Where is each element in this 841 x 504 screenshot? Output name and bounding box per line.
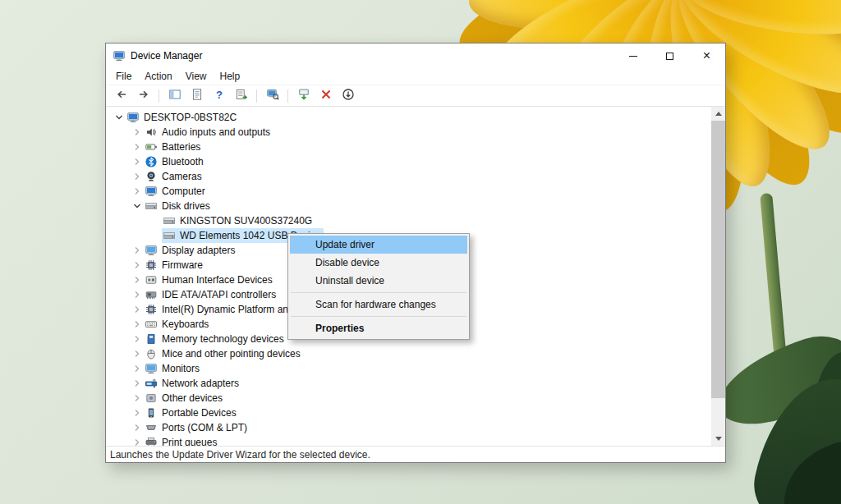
menu-file[interactable]: File: [109, 69, 138, 84]
tree-item-content[interactable]: Human Interface Devices: [144, 273, 276, 287]
tree-item[interactable]: Portable Devices: [106, 405, 711, 420]
tree-item-content[interactable]: Other devices: [144, 391, 226, 405]
chevron-right-icon[interactable]: [131, 362, 144, 375]
tree-item[interactable]: Bluetooth: [106, 154, 711, 169]
toolbar-show-hide-console-tree-button[interactable]: [164, 87, 185, 105]
chevron-right-icon[interactable]: [131, 332, 144, 346]
tree-item[interactable]: Batteries: [106, 140, 711, 154]
chevron-right-icon[interactable]: [131, 406, 144, 419]
battery-icon: [145, 140, 158, 153]
tree-item-content[interactable]: Portable Devices: [144, 405, 240, 420]
tree-item-content[interactable]: Computer: [144, 184, 209, 199]
toolbar-uninstall-device-button[interactable]: [315, 87, 336, 105]
toolbar-disable-device-button[interactable]: [338, 87, 358, 105]
toolbar-back-button[interactable]: [111, 87, 131, 105]
vertical-scrollbar[interactable]: [711, 107, 725, 446]
tree-item[interactable]: Disk drives: [106, 199, 711, 213]
tree-item-content[interactable]: Monitors: [144, 361, 203, 376]
chevron-right-icon[interactable]: [131, 140, 144, 153]
maximize-button[interactable]: [651, 44, 688, 68]
toolbar-help-button[interactable]: ?: [209, 87, 229, 105]
network-icon: [145, 377, 158, 390]
tree-item-content[interactable]: DESKTOP-0BST82C: [126, 110, 240, 125]
menu-help[interactable]: Help: [214, 69, 247, 84]
tree-item-content[interactable]: Keyboards: [144, 317, 212, 332]
chevron-down-icon[interactable]: [113, 111, 126, 124]
chevron-right-icon[interactable]: [131, 126, 144, 139]
tree-item[interactable]: Mice and other pointing devices: [106, 346, 711, 361]
tree-item-content[interactable]: Batteries: [144, 140, 204, 154]
tree-item-content[interactable]: Bluetooth: [144, 154, 207, 169]
tree-item-content[interactable]: Disk drives: [144, 199, 214, 213]
tree-item-label: KINGSTON SUV400S37240G: [180, 215, 312, 227]
chevron-right-icon[interactable]: [131, 421, 144, 434]
chevron-right-icon[interactable]: [131, 185, 144, 198]
minimize-button[interactable]: [614, 44, 651, 68]
chevron-right-icon[interactable]: [131, 436, 144, 446]
tree-item[interactable]: Ports (COM & LPT): [106, 420, 711, 435]
tree-item[interactable]: Computer: [106, 184, 711, 199]
chevron-right-icon[interactable]: [131, 259, 144, 272]
tree-item-content[interactable]: Mice and other pointing devices: [144, 346, 304, 361]
tree-item-label: Mice and other pointing devices: [162, 348, 301, 360]
tree-item-content[interactable]: Print queues: [144, 435, 220, 446]
tree-item-content[interactable]: Display adapters: [144, 243, 238, 258]
tree-item-content[interactable]: Memory technology devices: [144, 332, 287, 346]
tree-indent: [106, 295, 131, 296]
tree-item[interactable]: Cameras: [106, 169, 711, 184]
scroll-up-button[interactable]: [711, 107, 725, 121]
tree-item-content[interactable]: Ports (COM & LPT): [144, 420, 250, 435]
menu-action[interactable]: Action: [138, 69, 178, 84]
chevron-down-icon[interactable]: [131, 199, 144, 213]
tree-item[interactable]: Monitors: [106, 361, 711, 376]
camera-icon: [145, 170, 158, 183]
tree-indent: [106, 413, 131, 414]
chevron-right-icon[interactable]: [131, 303, 144, 316]
tree-indent: [106, 309, 131, 310]
tree-item-content[interactable]: Cameras: [144, 169, 205, 184]
context-menu-item[interactable]: Uninstall device: [290, 272, 467, 290]
tree-item[interactable]: DESKTOP-0BST82C: [106, 110, 711, 125]
context-menu-item[interactable]: Scan for hardware changes: [290, 296, 467, 314]
scrollbar-thumb[interactable]: [711, 121, 725, 398]
chevron-right-icon[interactable]: [131, 392, 144, 405]
context-menu-separator: [291, 292, 466, 293]
toolbar-export-list-button[interactable]: [231, 87, 251, 105]
tree-indent: [106, 398, 131, 399]
chevron-right-icon[interactable]: [131, 273, 144, 286]
chevron-right-icon[interactable]: [131, 244, 144, 257]
tree-item[interactable]: Audio inputs and outputs: [106, 125, 711, 140]
tree-item-label: Keyboards: [162, 318, 209, 330]
toolbar-properties-button[interactable]: [186, 87, 207, 105]
chevron-right-icon[interactable]: [131, 170, 144, 183]
context-menu-item[interactable]: Disable device: [290, 254, 467, 272]
tree-item-label: Cameras: [162, 171, 202, 182]
context-menu-item[interactable]: Update driver: [290, 236, 467, 254]
toolbar-update-driver-button[interactable]: [293, 87, 314, 105]
chevron-right-icon[interactable]: [131, 347, 144, 360]
toolbar-scan-for-hardware-changes-button[interactable]: [262, 87, 283, 105]
tree-item[interactable]: KINGSTON SUV400S37240G: [106, 213, 711, 228]
tree-item-content[interactable]: Network adapters: [144, 376, 242, 391]
tree-item[interactable]: Other devices: [106, 391, 711, 405]
chevron-right-icon[interactable]: [131, 155, 144, 168]
tree-item-content[interactable]: Audio inputs and outputs: [144, 125, 273, 140]
tree-item-content[interactable]: KINGSTON SUV400S37240G: [162, 213, 315, 228]
tree-item[interactable]: Print queues: [106, 435, 711, 446]
menu-view[interactable]: View: [179, 69, 214, 84]
tree-item[interactable]: Network adapters: [106, 376, 711, 391]
title-bar[interactable]: Device Manager ×: [106, 44, 725, 68]
tree-item-content[interactable]: Intel(R) Dynamic Platform and T: [144, 302, 306, 317]
tree-item-content[interactable]: Firmware: [144, 258, 206, 273]
toolbar-forward-button[interactable]: [133, 87, 154, 105]
chevron-right-icon[interactable]: [131, 318, 144, 331]
chevron-right-icon[interactable]: [131, 377, 144, 390]
maximize-icon: [666, 53, 673, 60]
context-menu-item[interactable]: Properties: [290, 319, 467, 337]
chevron-right-icon[interactable]: [131, 288, 144, 301]
tree-item-label: Batteries: [162, 141, 200, 153]
scroll-down-button[interactable]: [711, 432, 725, 446]
tree-item-label: Audio inputs and outputs: [162, 126, 270, 138]
close-button[interactable]: ×: [688, 44, 725, 68]
tree-item-content[interactable]: IDE ATA/ATAPI controllers: [144, 287, 279, 302]
